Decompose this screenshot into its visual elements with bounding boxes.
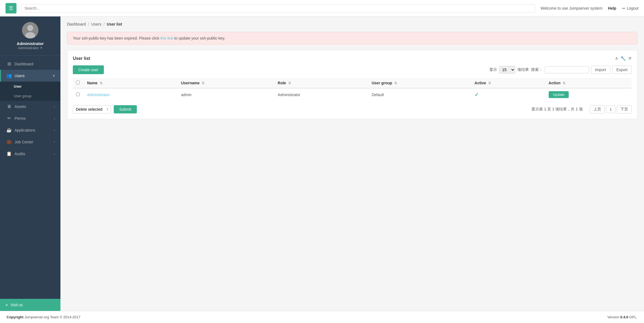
- sort-icon-active[interactable]: ⇅: [488, 81, 491, 85]
- settings-icon[interactable]: 🔧: [620, 56, 626, 61]
- sort-icon-name[interactable]: ⇅: [100, 81, 102, 85]
- select-all-checkbox[interactable]: [76, 81, 80, 84]
- sidebar-item-users[interactable]: 👥 Users ∨: [0, 70, 60, 82]
- next-page-button[interactable]: 下页: [617, 105, 632, 113]
- footer: Copyright Jumpserver.org Team © 2014-201…: [0, 311, 644, 323]
- breadcrumb-current: User list: [107, 22, 122, 26]
- card-title-actions: ∧ 🔧 ✕: [615, 56, 632, 61]
- breadcrumb-sep-2: /: [104, 22, 105, 26]
- collapse-icon[interactable]: ∧: [615, 56, 618, 61]
- footer-version-value: 0.4.0: [620, 315, 628, 319]
- create-user-button[interactable]: Create user: [73, 65, 104, 74]
- sort-icon-username[interactable]: ⇅: [202, 81, 204, 85]
- sidebar-item-label: Dashboard: [15, 62, 34, 66]
- sidebar-item-label: Users: [15, 74, 25, 78]
- user-table: Name ⇅ Username ⇅ Role ⇅ User group: [73, 78, 632, 101]
- sidebar-item-label: Perms: [15, 116, 26, 121]
- close-icon[interactable]: ✕: [628, 56, 632, 61]
- job-center-icon: 💼: [6, 139, 12, 144]
- alert-banner: Your ssh-public-key has been expired. Pl…: [67, 32, 637, 44]
- assets-icon: 🖥: [6, 104, 12, 109]
- table-controls: 显示 15 10 25 50 100 项结果 搜索： Import Export: [489, 66, 632, 74]
- col-username: Username ⇅: [178, 78, 274, 88]
- user-name-link[interactable]: Administrator: [87, 93, 110, 97]
- sidebar-item-audits[interactable]: 📋 Audits ‹: [0, 148, 60, 160]
- delete-select-wrapper: Delete selected ⇕: [73, 105, 111, 113]
- pagination-info: 显示第 1 至 1 项结果，共 1 项: [531, 107, 583, 112]
- card-title: User list ∧ 🔧 ✕: [73, 56, 632, 61]
- sidebar-item-assets[interactable]: 🖥 Assets ‹: [0, 101, 60, 112]
- submit-button[interactable]: Submit: [114, 105, 137, 113]
- sidebar-item-label: Applications: [15, 128, 35, 132]
- footer-version-suffix: GPL.: [629, 315, 637, 319]
- sidebar-item-label: Audits: [15, 152, 25, 156]
- user-role: Administrator: [274, 88, 368, 101]
- sidebar-item-perms[interactable]: ✏ Perms ‹: [0, 112, 60, 124]
- alert-text-after: to update your ssh-public-key.: [173, 36, 225, 40]
- chevron-right-icon: ‹: [54, 129, 55, 132]
- sidebar-visit-us[interactable]: ≡ Visit us: [0, 299, 60, 311]
- help-link[interactable]: Help: [608, 6, 616, 10]
- bulk-action-select[interactable]: Delete selected: [73, 105, 111, 113]
- col-active: Active ⇅: [471, 78, 545, 88]
- footer-version-label: Version: [607, 315, 619, 319]
- dashboard-icon: ⊞: [6, 61, 12, 66]
- sort-icon-user-group[interactable]: ⇅: [394, 81, 397, 85]
- sidebar-sub-users: User User group: [0, 82, 60, 101]
- current-page: 1: [606, 105, 616, 113]
- breadcrumb: Dashboard / Users / User list: [67, 22, 637, 26]
- footer-copyright-strong: Copyright: [7, 315, 23, 319]
- main-content: Dashboard / Users / User list Your ssh-p…: [60, 16, 644, 311]
- result-label: 项结果: [517, 67, 529, 72]
- footer-version: Version 0.4.0 GPL.: [607, 315, 637, 319]
- search-input[interactable]: [545, 66, 589, 73]
- svg-point-1: [27, 25, 33, 31]
- caret-icon: ▼: [40, 46, 43, 49]
- row-checkbox[interactable]: [76, 93, 80, 96]
- prev-page-button[interactable]: 上页: [590, 105, 605, 113]
- audits-icon: 📋: [6, 151, 12, 156]
- table-bottom: Delete selected ⇕ Submit 显示第 1 至 1 项结果，共…: [73, 105, 632, 113]
- sidebar-item-job-center[interactable]: 💼 Job Center ‹: [0, 136, 60, 148]
- visit-us-label: Visit us: [10, 303, 23, 307]
- sidebar-sub-item-user-group[interactable]: User group: [0, 91, 60, 101]
- alert-text-before: Your ssh-public-key has been expired. Pl…: [73, 36, 160, 40]
- alert-link[interactable]: this link: [160, 36, 173, 40]
- user-list-card: User list ∧ 🔧 ✕ Create user 显示 15 10 25 …: [67, 50, 637, 119]
- sidebar-item-dashboard[interactable]: ⊞ Dashboard: [0, 58, 60, 70]
- sidebar-role-label: Administrator: [18, 46, 39, 50]
- table-row: Administrator admin Administrator Defaul…: [73, 88, 632, 101]
- menu-icon: ☰: [9, 5, 13, 11]
- page-size-select[interactable]: 15 10 25 50 100: [499, 66, 515, 74]
- table-toolbar: Create user 显示 15 10 25 50 100 项结果 搜索： I…: [73, 65, 632, 74]
- sidebar-username: Administrator: [17, 41, 44, 46]
- chevron-right-icon: ‹: [54, 117, 55, 120]
- footer-copyright-detail: Jumpserver.org Team © 2014-2017: [24, 315, 80, 319]
- sidebar-sub-item-user[interactable]: User: [0, 82, 60, 91]
- active-check-icon: ✓: [474, 92, 479, 98]
- sort-icon-role[interactable]: ⇅: [288, 81, 291, 85]
- chevron-right-icon: ‹: [54, 140, 55, 144]
- breadcrumb-dashboard[interactable]: Dashboard: [67, 22, 86, 26]
- col-name: Name ⇅: [84, 78, 178, 88]
- menu-toggle-button[interactable]: ☰: [5, 3, 16, 13]
- chevron-right-icon: ‹: [54, 152, 55, 155]
- logout-link[interactable]: ⇒ Logout: [622, 6, 639, 10]
- search-label: 搜索：: [531, 67, 543, 72]
- sort-icon-action[interactable]: ⇅: [563, 81, 565, 85]
- breadcrumb-users[interactable]: Users: [91, 22, 101, 26]
- col-user-group: User group ⇅: [368, 78, 471, 88]
- col-role: Role ⇅: [274, 78, 368, 88]
- card-title-text: User list: [73, 56, 90, 61]
- search-input[interactable]: [21, 4, 535, 12]
- users-icon: 👥: [6, 73, 12, 78]
- footer-copyright: Copyright Jumpserver.org Team © 2014-201…: [7, 315, 80, 319]
- update-button[interactable]: Update: [549, 91, 569, 98]
- logout-label: Logout: [627, 6, 639, 10]
- import-button[interactable]: Import: [591, 66, 610, 74]
- layout: Administrator Administrator ▼ ⊞ Dashboar…: [0, 16, 644, 311]
- sidebar-nav: ⊞ Dashboard 👥 Users ∨ User User group 🖥 …: [0, 56, 60, 299]
- export-button[interactable]: Export: [612, 66, 632, 74]
- sidebar-role[interactable]: Administrator ▼: [18, 46, 43, 50]
- sidebar-item-applications[interactable]: ☕ Applications ‹: [0, 124, 60, 136]
